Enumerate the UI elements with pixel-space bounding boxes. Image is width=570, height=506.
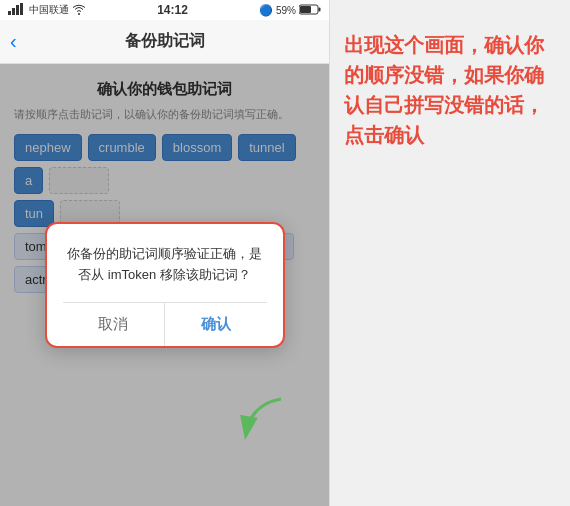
dialog-message: 你备份的助记词顺序验证正确，是否从 imToken 移除该助记词？ xyxy=(63,244,267,286)
status-bar: 中国联通 14:12 🔵 59% xyxy=(0,0,329,20)
wifi-icon xyxy=(72,4,86,17)
back-button[interactable]: ‹ xyxy=(10,30,17,53)
svg-rect-5 xyxy=(319,7,321,11)
carrier-label: 中国联通 xyxy=(29,3,69,17)
dialog-confirm-button[interactable]: 确认 xyxy=(165,303,267,346)
main-content: 确认你的钱包助记词 请按顺序点击助记词，以确认你的备份助记词填写正确。 neph… xyxy=(0,64,329,506)
svg-rect-1 xyxy=(12,8,15,15)
nav-title: 备份助记词 xyxy=(125,31,205,52)
annotation-text: 出现这个画面，确认你的顺序没错，如果你确认自己拼写没错的话，点击确认 xyxy=(344,30,556,150)
svg-rect-2 xyxy=(16,5,19,15)
phone-screen: 中国联通 14:12 🔵 59% xyxy=(0,0,330,506)
arrow-annotation xyxy=(231,394,291,448)
svg-rect-6 xyxy=(300,6,311,13)
status-left: 中国联通 xyxy=(8,3,86,17)
nav-bar: ‹ 备份助记词 xyxy=(0,20,329,64)
svg-rect-3 xyxy=(20,3,23,15)
battery-icon xyxy=(299,4,321,17)
dialog-cancel-button[interactable]: 取消 xyxy=(63,303,166,346)
signal-dots xyxy=(8,3,26,17)
annotation-section: 出现这个画面，确认你的顺序没错，如果你确认自己拼写没错的话，点击确认 xyxy=(330,0,570,506)
svg-rect-0 xyxy=(8,11,11,15)
bluetooth-icon: 🔵 xyxy=(259,4,273,17)
status-right: 🔵 59% xyxy=(259,4,321,17)
dialog-box: 你备份的助记词顺序验证正确，是否从 imToken 移除该助记词？ 取消 确认 xyxy=(45,222,285,348)
dialog-buttons: 取消 确认 xyxy=(63,302,267,346)
time-label: 14:12 xyxy=(157,3,188,17)
battery-label: 59% xyxy=(276,5,296,16)
